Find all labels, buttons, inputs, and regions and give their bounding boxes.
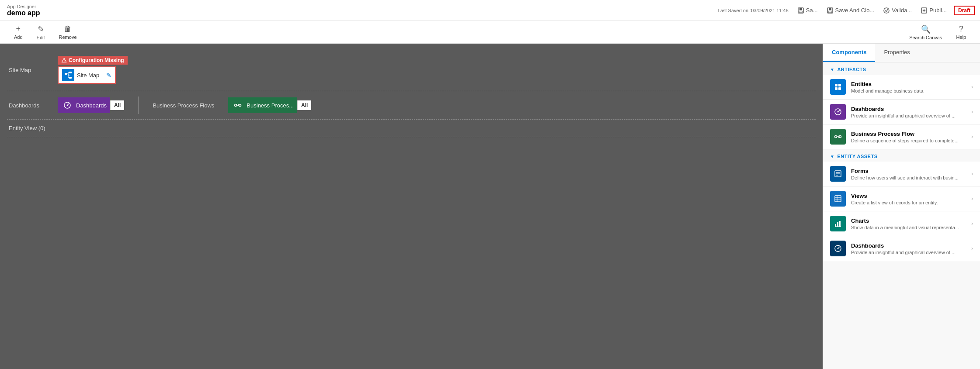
last-saved: Last Saved on :03/09/2021 11:48 — [718, 8, 789, 13]
edit-icon: ✎ — [38, 24, 44, 34]
bpf-all[interactable]: All — [297, 100, 311, 110]
bpf-comp-title: Business Process Flow — [851, 131, 966, 137]
component-item-dashboards[interactable]: Dashboards Provide an insightful and gra… — [823, 100, 980, 124]
svg-rect-31 — [835, 196, 841, 202]
canvas-area: Site Map ⚠ Configuration Missing — [0, 44, 823, 369]
dashboard-icon — [61, 99, 73, 111]
dashboards-item-container: Dashboards All — [58, 97, 124, 113]
bpf-chevron-icon: › — [971, 134, 973, 140]
entities-text: Entities Model and manage business data. — [851, 81, 966, 93]
dashboard-all[interactable]: All — [110, 100, 124, 110]
sitemap-row: ⚠ Configuration Missing — [58, 56, 128, 84]
bpf-item-container: Business Proces... All — [228, 97, 311, 113]
help-icon: ? — [959, 24, 963, 34]
publish-icon — [921, 7, 928, 14]
add-icon: + — [16, 24, 21, 34]
dashboards-comp-desc: Provide an insightful and graphical over… — [851, 113, 966, 118]
svg-rect-35 — [835, 224, 836, 227]
entities-title: Entities — [851, 81, 966, 87]
component-item-charts[interactable]: Charts Show data in a meaningful and vis… — [823, 211, 980, 236]
charts-icon — [834, 219, 842, 228]
dashboards-entity-chevron-icon: › — [971, 245, 973, 252]
add-button[interactable]: + Add — [7, 23, 30, 41]
svg-rect-2 — [799, 11, 803, 13]
entities-icon — [834, 83, 842, 91]
edit-button[interactable]: ✎ Edit — [30, 23, 52, 42]
app-designer-label: App Designer — [7, 4, 40, 9]
component-item-bpf[interactable]: Business Process Flow Define a sequence … — [823, 124, 980, 149]
dashboards-comp-icon — [834, 107, 842, 116]
right-panel: Components Properties ▼ ARTIFACTS — [823, 44, 980, 369]
app-info: App Designer demo app — [7, 4, 40, 17]
svg-point-15 — [235, 104, 237, 107]
sitemap-item[interactable]: Site Map ✎ — [58, 66, 116, 84]
svg-point-23 — [838, 111, 839, 113]
dashboards-entity-desc: Provide an insightful and graphical over… — [851, 250, 966, 255]
dashboards-chevron-icon: › — [971, 109, 973, 115]
save-button[interactable]: Sa... — [793, 4, 822, 17]
remove-icon: 🗑 — [64, 24, 72, 34]
svg-rect-36 — [837, 222, 838, 227]
component-item-entities[interactable]: Entities Model and manage business data.… — [823, 75, 980, 100]
forms-desc: Define how users will see and interact w… — [851, 175, 966, 180]
component-item-views[interactable]: Views Create a list view of records for … — [823, 186, 980, 211]
svg-point-14 — [67, 105, 68, 106]
app-name: demo app — [7, 9, 40, 17]
forms-chevron-icon: › — [971, 171, 973, 177]
charts-desc: Show data in a meaningful and visual rep… — [851, 225, 966, 230]
bpf-label: Business Process Flows — [153, 102, 214, 109]
dashboards-text: Dashboards Provide an insightful and gra… — [851, 106, 966, 118]
sitemap-name: Site Map — [77, 72, 106, 79]
sitemap-icon-box — [62, 69, 74, 81]
dashboards-section: Dashboards Dashboards All — [7, 91, 816, 120]
remove-button[interactable]: 🗑 Remove — [52, 23, 84, 41]
bpf-comp-icon — [834, 132, 842, 141]
bpf-item[interactable]: Business Proces... — [228, 97, 297, 113]
dashboards-entity-icon — [834, 244, 842, 253]
bpf-svg-icon — [234, 101, 242, 109]
section-divider — [138, 97, 139, 114]
panel-content: ▼ ARTIFACTS Entities Model and manage bu… — [823, 62, 980, 369]
svg-rect-20 — [835, 87, 838, 90]
component-item-dashboards-entity[interactable]: Dashboards Provide an insightful and gra… — [823, 236, 980, 261]
entity-view-label: Entity View (0) — [7, 125, 45, 131]
svg-rect-4 — [829, 8, 831, 10]
help-button[interactable]: ? Help — [949, 23, 973, 41]
views-text: Views Create a list view of records for … — [851, 193, 966, 205]
charts-text: Charts Show data in a meaningful and vis… — [851, 217, 966, 230]
views-title: Views — [851, 193, 966, 199]
components-tab[interactable]: Components — [823, 44, 875, 62]
properties-tab[interactable]: Properties — [875, 44, 918, 62]
charts-chevron-icon: › — [971, 221, 973, 227]
entities-chevron-icon: › — [971, 84, 973, 90]
component-item-forms[interactable]: Forms Define how users will see and inte… — [823, 162, 980, 186]
publish-button[interactable]: Publi... — [916, 4, 951, 17]
entities-desc: Model and manage business data. — [851, 88, 966, 93]
artifacts-chevron: ▼ — [830, 67, 834, 72]
forms-title: Forms — [851, 168, 966, 174]
entity-assets-chevron: ▼ — [830, 154, 834, 159]
save-and-close-button[interactable]: Save And Clo... — [822, 4, 879, 17]
sitemap-icon — [64, 71, 72, 79]
svg-rect-18 — [835, 84, 838, 86]
dashboards-entity-text: Dashboards Provide an insightful and gra… — [851, 242, 966, 255]
svg-rect-21 — [838, 87, 841, 90]
warning-icon: ⚠ — [61, 57, 67, 64]
bpf-icon — [232, 99, 244, 111]
entity-assets-header: ▼ ENTITY ASSETS — [823, 149, 980, 162]
search-canvas-icon: 🔍 — [921, 24, 931, 34]
entity-view-section: Entity View (0) — [7, 120, 816, 137]
panel-tabs: Components Properties — [823, 44, 980, 62]
search-canvas-button[interactable]: 🔍 Search Canvas — [902, 23, 949, 42]
dashboard-item[interactable]: Dashboards — [58, 97, 110, 113]
toolbar: + Add ✎ Edit 🗑 Remove 🔍 Search Canvas ? … — [0, 21, 980, 44]
svg-point-40 — [838, 248, 839, 249]
validate-button[interactable]: Valida... — [879, 4, 916, 17]
views-desc: Create a list view of records for an ent… — [851, 200, 966, 205]
views-chevron-icon: › — [971, 196, 973, 202]
dashboards-entity-icon-box — [830, 241, 846, 256]
dashboards-row: Dashboards All Business Process Flows — [58, 97, 816, 114]
sitemap-edit-icon[interactable]: ✎ — [106, 72, 111, 79]
charts-icon-box — [830, 216, 846, 231]
forms-icon-box — [830, 166, 846, 182]
